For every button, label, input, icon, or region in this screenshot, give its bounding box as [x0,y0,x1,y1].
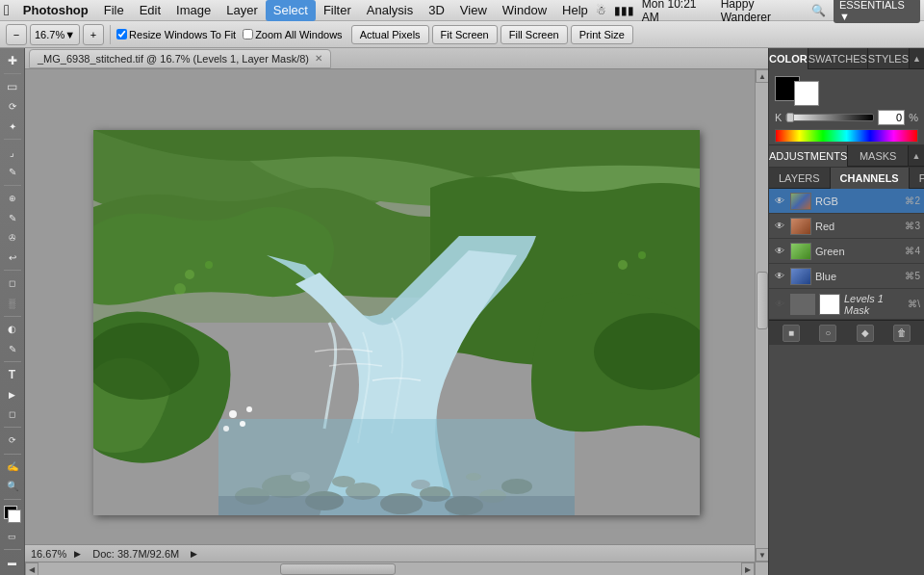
quick-mask-btn[interactable]: ▭ [2,527,23,544]
adj-panel-collapse[interactable]: ▲ [909,145,924,166]
layer-mask-row[interactable]: 👁 Levels 1 Mask ⌘\ [769,289,924,320]
tb-sep5 [4,316,21,317]
tb-sep7 [4,427,21,428]
move-tool[interactable]: ✚ [2,52,23,69]
resize-windows-label[interactable]: Resize Windows To Fit [116,29,236,40]
zoom-out-btn[interactable]: − [6,24,27,45]
channel-green-row[interactable]: 👁 Green ⌘4 [769,239,924,264]
user-name: Happy Wanderer [721,0,804,24]
color-tab[interactable]: COLOR [769,48,808,69]
eye-icon-green[interactable]: 👁 [773,245,786,258]
eraser-tool[interactable]: ◻ [2,274,23,292]
type-tool[interactable]: T [2,366,23,383]
zoom-all-label[interactable]: Zoom All Windows [243,29,342,40]
scroll-up-arrow[interactable]: ▲ [756,69,768,83]
shape-tool[interactable]: ◻ [2,405,23,423]
canvas-vscroll[interactable]: ▲ ▼ [755,69,768,575]
magic-wand-tool[interactable]: ✦ [2,118,23,135]
menu-3d[interactable]: 3D [421,0,452,21]
menu-window[interactable]: Window [495,0,554,21]
brush-tool[interactable]: ✎ [2,209,23,226]
color-selector[interactable] [2,506,23,523]
crop-tool[interactable]: ⌟ [2,144,23,161]
scroll-thumb-v[interactable] [757,272,768,329]
channel-blue-row[interactable]: 👁 Blue ⌘5 [769,264,924,289]
layers-tab[interactable]: LAYERS [769,168,831,189]
channel-red-row[interactable]: 👁 Red ⌘3 [769,214,924,239]
scroll-down-arrow[interactable]: ▼ [756,548,768,562]
hscroll-right-arrow[interactable]: ▶ [741,562,755,575]
spot-heal-tool[interactable]: ⊕ [2,190,23,207]
menu-view[interactable]: View [452,0,495,21]
essentials-btn[interactable]: ESSENTIALS ▼ [834,0,920,23]
channel-shortcut-rgb: ⌘2 [905,196,920,206]
eye-icon-rgb[interactable]: 👁 [773,195,786,208]
clone-stamp-tool[interactable]: ✇ [2,228,23,246]
lasso-tool[interactable]: ⟳ [2,98,23,116]
photo-canvas [93,130,700,515]
channel-rgb-row[interactable]: 👁 RGB ⌘2 [769,189,924,214]
zoom-in-btn[interactable]: + [83,24,104,45]
eye-icon-red[interactable]: 👁 [773,220,786,233]
menu-help[interactable]: Help [554,0,596,21]
menu-image[interactable]: Image [168,0,218,21]
bg-swatch[interactable] [794,81,819,106]
path-select-tool[interactable]: ▶ [2,386,23,404]
tb-sep6 [4,361,21,362]
styles-tab[interactable]: STYLES [868,48,910,69]
fit-screen-btn[interactable]: Fit Screen [432,25,498,44]
gradient-tool[interactable]: ░ [2,294,23,311]
paths-tab[interactable]: PATHS [910,168,924,189]
menu-analysis[interactable]: Analysis [359,0,421,21]
k-slider[interactable] [785,114,874,121]
actual-pixels-btn[interactable]: Actual Pixels [351,25,429,44]
channels-tab[interactable]: CHANNELS [831,168,910,189]
menu-select[interactable]: Select [266,0,316,21]
document-tab[interactable]: _MG_6938_stitched.tif @ 16.7% (Levels 1,… [29,49,331,68]
hscroll-left-arrow[interactable]: ◀ [25,562,38,575]
swatches-tab[interactable]: SWATCHES [808,48,868,69]
hscroll-thumb[interactable] [280,563,396,575]
adjustments-tab[interactable]: ADJUSTMENTS [769,145,848,167]
menu-filter[interactable]: Filter [316,0,359,21]
k-value[interactable]: 0 [878,110,905,125]
search-icon[interactable]: 🔍 [811,4,826,17]
delete-channel-btn[interactable]: 🗑 [893,325,911,342]
fill-screen-btn[interactable]: Fill Screen [500,25,568,44]
screen-mode-btn[interactable]: ▬ [2,554,23,571]
menu-layer[interactable]: Layer [218,0,266,21]
eye-icon-mask[interactable]: 👁 [773,298,786,311]
load-channel-btn[interactable]: ○ [819,325,836,342]
hscroll[interactable]: ◀ ▶ [25,562,755,575]
zoom-menu-icon[interactable]: ▶ [74,549,81,559]
print-size-btn[interactable]: Print Size [571,25,633,44]
color-panel-collapse[interactable]: ▲ [910,48,924,68]
layer-mask-thumb [819,294,840,315]
zoom-level-btn[interactable]: 16.7%▼ [30,24,80,45]
menu-file[interactable]: File [96,0,132,21]
eye-icon-blue[interactable]: 👁 [773,270,786,283]
spectrum-bar[interactable] [775,129,918,143]
3d-tool[interactable]: ⟳ [2,431,23,449]
bg-color[interactable] [8,510,21,523]
save-channel-btn[interactable]: ◆ [857,325,874,342]
marquee-tool[interactable]: ▭ [2,78,23,95]
landscape-image [93,130,700,515]
progress-icon[interactable]: ▶ [191,549,197,559]
channel-name-green: Green [815,246,901,257]
masks-tab[interactable]: MASKS [848,145,909,167]
tab-close[interactable]: ✕ [315,53,322,64]
pen-tool[interactable]: ✎ [2,340,23,357]
channel-name-rgb: RGB [815,196,901,207]
hand-tool[interactable]: ✍ [2,457,23,475]
history-brush-tool[interactable]: ↩ [2,248,23,266]
zoom-tool[interactable]: 🔍 [2,478,23,495]
menu-edit[interactable]: Edit [132,0,168,21]
menu-photoshop[interactable]: Photoshop [15,0,96,21]
dodge-tool[interactable]: ◐ [2,321,23,338]
eyedropper-tool[interactable]: ✎ [2,164,23,181]
k-slider-thumb[interactable] [786,113,794,122]
new-channel-btn[interactable]: ■ [783,325,800,342]
zoom-all-check[interactable] [243,29,253,39]
resize-windows-check[interactable] [116,29,127,39]
